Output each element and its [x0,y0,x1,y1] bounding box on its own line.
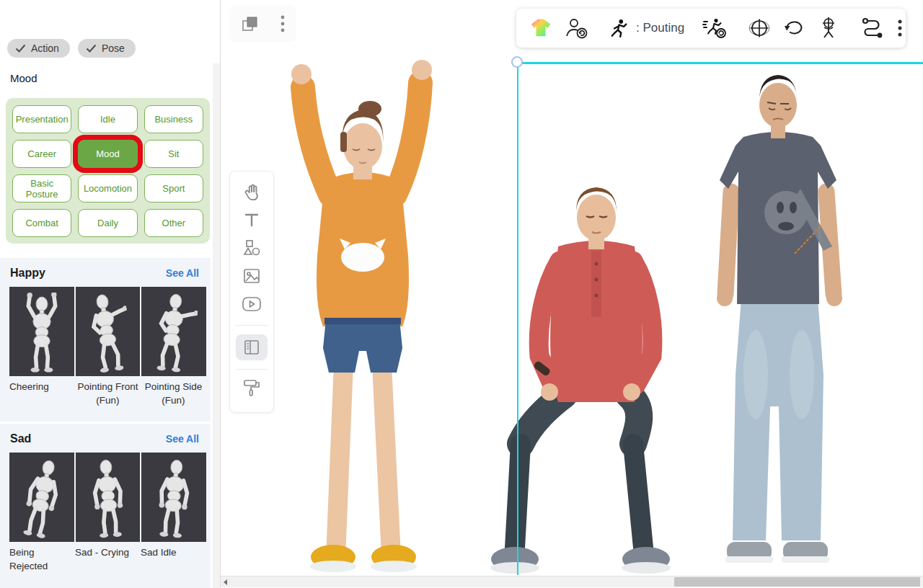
pose-thumbnail-pointing-front[interactable] [76,287,141,376]
pose-filter-label: Pose [102,43,125,54]
divider [235,325,268,326]
arrange-icon[interactable] [239,14,260,34]
swap-animation-icon[interactable] [702,17,727,39]
selection-box-left-edge[interactable] [517,62,519,575]
pose-thumbnail-pointing-side[interactable] [141,287,206,376]
category-locomotion[interactable]: Locomotion [78,174,137,202]
pose-label: Pointing Front (Fun) [75,376,141,407]
text-icon[interactable] [241,210,262,230]
kebab-menu-icon[interactable] [280,14,286,34]
mannequin-pointing-side-icon [146,290,200,375]
animation-icon[interactable] [609,18,628,38]
canvas-hscrollbar-thumb[interactable] [674,577,920,587]
pose-library-sidebar: Action Pose Mood Presentation Idle Busin… [0,0,221,588]
section-sad-see-all-link[interactable]: See All [166,433,199,445]
selection-box-top-edge[interactable] [518,62,923,64]
selection-corner-handle[interactable] [511,56,523,68]
action-filter-label: Action [31,43,59,54]
pose-label: Pointing Side (Fun) [141,376,206,407]
sidebar-scrollbar[interactable] [213,63,220,588]
category-combat[interactable]: Combat [12,209,71,237]
mannequin-cheering-icon [19,293,65,373]
pose-thumbnail-sad-crying[interactable] [76,453,141,542]
category-career[interactable]: Career [12,140,71,168]
pose-label: Sad - Crying [75,542,141,573]
swap-character-icon[interactable] [565,17,588,39]
pose-thumbnail-cheering[interactable] [9,287,74,376]
category-sit[interactable]: Sit [144,140,203,168]
pose-thumbnail-being-rejected[interactable] [9,453,74,542]
action-filter-toggle[interactable]: Action [7,39,70,58]
check-icon [15,44,26,53]
character-man-sitting[interactable] [483,179,685,579]
scrollbar-left-icon[interactable] [224,579,227,585]
image-icon[interactable] [241,266,262,286]
category-mood[interactable]: Mood [78,140,137,168]
pose-icon[interactable] [818,17,839,40]
category-other[interactable]: Other [144,209,203,237]
section-happy: Happy See All Cheering Pointing Front (F… [0,258,211,422]
category-idle[interactable]: Idle [78,105,137,133]
canvas-mini-toolbar [229,6,296,42]
panel-title: Mood [10,72,37,84]
pose-thumbnail-sad-idle[interactable] [141,453,206,542]
category-sport[interactable]: Sport [144,174,203,202]
motion-path-icon[interactable] [861,17,884,39]
character-toolbar: : Pouting [516,9,906,48]
more-icon[interactable] [897,18,903,38]
check-icon [86,44,97,53]
mannequin-pointing-front-icon [79,290,136,376]
category-daily[interactable]: Daily [78,209,137,237]
paint-roller-icon[interactable] [241,378,262,398]
rotate-icon[interactable] [783,19,805,37]
section-happy-see-all-link[interactable]: See All [166,267,199,279]
character-man-pouting[interactable] [686,65,875,576]
pose-label: Being Rejected [9,542,75,573]
shapes-icon[interactable] [241,238,262,258]
category-grid: Presentation Idle Business Career Mood S… [6,98,210,244]
video-icon[interactable] [241,294,262,314]
tool-palette [229,171,274,413]
pose-label: Sad Idle [141,542,206,573]
character-woman-cheering[interactable] [261,40,466,576]
category-presentation[interactable]: Presentation [12,105,71,133]
pose-label: Cheering [9,376,75,407]
section-sad: Sad See All Being Rejected Sad - Crying … [0,424,211,588]
outfit-icon[interactable] [530,18,552,38]
current-animation-label: : Pouting [636,21,684,35]
category-business[interactable]: Business [144,105,203,133]
filter-toggle-row: Action Pose [7,39,136,58]
panel-icon[interactable] [236,334,268,360]
mannequin-being-rejected-icon [11,455,73,543]
orbit-icon[interactable] [748,17,770,39]
section-sad-title: Sad [10,432,31,445]
mannequin-sad-crying-icon [82,457,134,540]
hand-icon[interactable] [241,182,262,202]
pose-filter-toggle[interactable]: Pose [78,39,136,58]
mannequin-sad-idle-icon [147,456,200,540]
category-basic-posture[interactable]: Basic Posture [12,174,71,202]
section-happy-title: Happy [10,267,45,280]
divider [235,369,268,370]
